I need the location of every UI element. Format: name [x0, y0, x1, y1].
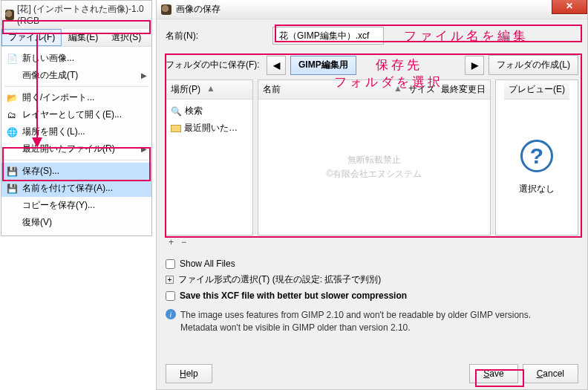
preview-no-selection: 選択なし [519, 183, 555, 195]
add-bookmark-button[interactable]: + [169, 237, 174, 247]
info-icon: i [166, 309, 176, 319]
create-folder-button[interactable]: フォルダの作成(L) [489, 55, 578, 75]
submenu-arrow-icon: ▶ [141, 145, 147, 153]
places-panel: 場所(P)▲ 検索 最近開いた… [166, 79, 253, 235]
places-header[interactable]: 場所(P)▲ [166, 80, 252, 100]
better-compression-label: Save this XCF file with better but slowe… [180, 290, 407, 301]
globe-icon: 🌐 [6, 126, 18, 138]
show-all-files-checkbox[interactable] [166, 259, 175, 269]
path-segment-current[interactable]: GIMP編集用 [290, 56, 356, 75]
open-folder-icon: 📂 [6, 92, 18, 104]
places-item-search[interactable]: 検索 [171, 103, 248, 120]
better-compression-row: Save this XCF file with better but slowe… [166, 288, 578, 303]
save-button[interactable]: Save [469, 364, 517, 383]
gimp-main-window: [花] (インポートされた画像)-1.0 (RGB ファイル(F) 編集(E) … [1, 0, 152, 236]
watermark-text: 無断転載禁止 ©有限会社エヌシステム [327, 153, 422, 181]
files-list[interactable]: 無断転載禁止 ©有限会社エヌシステム [258, 100, 490, 235]
file-type-expander[interactable]: + ファイル形式の選択(T) (現在の設定: 拡張子で判別) [166, 271, 578, 288]
cancel-button[interactable]: Cancel [523, 364, 578, 383]
files-header: 名前 ▲ サイズ 最終変更日 [258, 80, 490, 100]
menu-separator [4, 160, 148, 160]
main-window-title: [花] (インポートされた画像)-1.0 (RGB [17, 3, 148, 26]
menu-item-create[interactable]: 画像の生成(T) ▶ [1, 67, 151, 84]
menu-item-save-copy[interactable]: コピーを保存(Y)... [1, 197, 151, 214]
col-modified[interactable]: 最終変更日 [441, 83, 486, 96]
places-item-recent[interactable]: 最近開いた… [171, 120, 248, 137]
show-all-files-row: Show All Files [166, 256, 578, 271]
window-close-button[interactable]: ✕ [552, 0, 587, 14]
help-button[interactable]: Help [166, 364, 212, 383]
menu-item-revert[interactable]: 復帰(V) [1, 214, 151, 231]
menu-file[interactable]: ファイル(F) [1, 29, 62, 46]
filename-input-wrapper [272, 27, 384, 45]
folder-icon [171, 125, 181, 132]
menu-separator [4, 86, 148, 87]
menu-item-open-as-layer[interactable]: 🗂 レイヤーとして開く(E)... [1, 106, 151, 123]
menu-item-save[interactable]: 💾 保存(S)... [1, 163, 151, 180]
folder-row: フォルダの中に保存(F): ◀ GIMP編集用 ▶ フォルダの作成(L) [166, 55, 578, 75]
layers-icon: 🗂 [6, 109, 18, 121]
submenu-arrow-icon: ▶ [141, 71, 147, 79]
file-menu-dropdown: 📄 新しい画像... 画像の生成(T) ▶ 📂 開く/インポート... 🗂 レイ… [1, 46, 151, 235]
new-file-icon: 📄 [6, 53, 18, 65]
expander-plus-icon: + [166, 276, 174, 284]
save-icon: 💾 [6, 166, 18, 178]
main-window-title-bar: [花] (インポートされた画像)-1.0 (RGB [1, 1, 151, 28]
save-as-icon: 💾 [6, 183, 18, 195]
menu-bar: ファイル(F) 編集(E) 選択(S) [1, 28, 151, 46]
filename-label: 名前(N): [166, 30, 262, 42]
question-mark-icon: ? [520, 140, 553, 172]
save-image-dialog: 画像の保存 ✕ 名前(N): フォルダの中に保存(F): ◀ GIMP編集用 ▶… [156, 0, 588, 390]
better-compression-checkbox[interactable] [166, 291, 175, 301]
preview-header: プレビュー(E) [504, 80, 569, 100]
show-all-files-label: Show All Files [180, 259, 235, 269]
menu-item-save-as[interactable]: 💾 名前を付けて保存(A)... [1, 180, 151, 197]
compat-info-1: The image uses features from GIMP 2.10 a… [180, 309, 531, 322]
add-remove-bookmark: + − [166, 235, 578, 249]
remove-bookmark-button[interactable]: − [181, 237, 186, 247]
filename-row: 名前(N): [166, 27, 578, 45]
preview-panel: プレビュー(E) ? 選択なし [495, 79, 578, 235]
menu-select[interactable]: 選択(S) [105, 29, 148, 46]
filename-input[interactable] [278, 30, 379, 42]
menu-item-open[interactable]: 📂 開く/インポート... [1, 89, 151, 106]
path-back-button[interactable]: ◀ [267, 56, 286, 75]
menu-item-new-image[interactable]: 📄 新しい画像... [1, 50, 151, 67]
compat-info-2: Metadata won't be visible in GIMP older … [180, 322, 531, 334]
file-browser-panels: 場所(P)▲ 検索 最近開いた… 名前 ▲ サイズ [166, 79, 578, 235]
chevron-right-icon: ▶ [471, 60, 478, 71]
chevron-left-icon: ◀ [273, 60, 280, 71]
menu-edit[interactable]: 編集(E) [62, 29, 105, 46]
path-forward-button[interactable]: ▶ [465, 56, 484, 75]
col-name[interactable]: 名前 [263, 83, 388, 96]
search-icon [171, 106, 182, 117]
files-panel: 名前 ▲ サイズ 最終変更日 無断転載禁止 ©有限会社エヌシステム [258, 79, 491, 235]
menu-item-open-location[interactable]: 🌐 場所を開く(L)... [1, 123, 151, 140]
gimp-logo-icon [5, 10, 14, 20]
gimp-logo-icon [161, 4, 172, 15]
dialog-title: 画像の保存 [176, 3, 220, 16]
dialog-body: 名前(N): フォルダの中に保存(F): ◀ GIMP編集用 ▶ フォルダの作成… [157, 19, 587, 334]
file-type-label: ファイル形式の選択(T) (現在の設定: 拡張子で判別) [178, 273, 381, 286]
folder-label: フォルダの中に保存(F): [166, 59, 262, 71]
col-size[interactable]: サイズ [408, 83, 435, 96]
dialog-button-row: Help Save Cancel [166, 364, 578, 383]
dialog-title-bar: 画像の保存 ✕ [157, 0, 587, 19]
menu-item-recent[interactable]: 最近開いたファイル(R) ▶ [1, 140, 151, 157]
